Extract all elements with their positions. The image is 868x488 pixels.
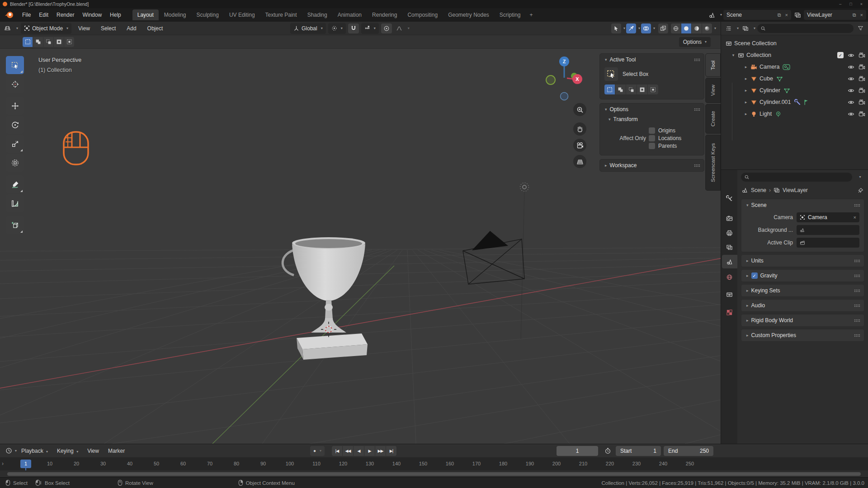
mesh-data-icon[interactable]	[783, 87, 790, 94]
workspace-panel-header[interactable]: ▸ Workspace	[599, 159, 704, 172]
menu-edit[interactable]: Edit	[35, 10, 52, 20]
tab-sculpting[interactable]: Sculpting	[192, 9, 224, 20]
properties-search-input[interactable]	[741, 173, 852, 182]
tool-add-cube[interactable]	[6, 216, 24, 234]
tab-layout[interactable]: Layout	[132, 9, 159, 20]
scene-unlink-icon[interactable]: ×	[785, 12, 788, 18]
disclosure-icon[interactable]: ▸	[744, 88, 748, 93]
properties-tab-output[interactable]	[721, 226, 737, 239]
panel-gravity[interactable]: ▸ ✓ Gravity	[741, 269, 864, 282]
current-frame-field[interactable]: 1	[557, 446, 598, 456]
select-mode-extend-button[interactable]	[33, 37, 43, 47]
use-preview-range-toggle[interactable]	[603, 446, 613, 456]
jump-to-end-button[interactable]: ▶|	[386, 446, 396, 456]
tool-transform[interactable]	[6, 154, 24, 172]
panel-units[interactable]: ▸ Units	[741, 254, 864, 267]
timeline-scrollbar[interactable]	[7, 472, 861, 476]
add-workspace-button[interactable]: +	[526, 9, 537, 20]
transform-orientation-dropdown[interactable]: Global ▾	[290, 23, 326, 34]
close-button[interactable]: ×	[860, 2, 863, 6]
properties-tab-render[interactable]	[721, 211, 737, 225]
disable-render-camera-icon[interactable]	[859, 75, 865, 82]
menu-render[interactable]: Render	[52, 10, 78, 20]
properties-tab-scene[interactable]	[722, 255, 737, 268]
camera-data-badge-icon[interactable]	[783, 64, 790, 70]
clear-camera-icon[interactable]: ×	[854, 215, 856, 220]
timeline-editor-type-icon[interactable]	[4, 446, 14, 456]
menu-keying[interactable]: Keying ▾	[52, 446, 83, 456]
tool-scale[interactable]	[6, 135, 24, 153]
outliner-display-chevron[interactable]: ▾	[754, 27, 755, 30]
outliner-row-cylinder[interactable]: ▸ Cylinder	[721, 84, 868, 96]
properties-tab-world[interactable]	[721, 270, 737, 284]
show-selectable-dropdown[interactable]	[611, 23, 621, 33]
playhead-badge[interactable]: 1	[20, 460, 31, 468]
shading-rendered-button[interactable]	[702, 23, 712, 33]
snap-settings-dropdown[interactable]: ▾	[361, 23, 379, 34]
disclosure-icon[interactable]: ▸	[744, 76, 748, 81]
panel-grip-handle[interactable]	[854, 259, 860, 263]
pan-hand-button[interactable]	[573, 122, 586, 136]
menu-marker[interactable]: Marker	[104, 446, 129, 456]
tab-geometry-nodes[interactable]: Geometry Nodes	[443, 9, 494, 20]
shading-solid-button[interactable]	[681, 23, 691, 33]
active-tool-thumbnail[interactable]	[604, 67, 618, 81]
tool-cursor[interactable]	[6, 75, 24, 93]
scene-panel-header[interactable]: ▾ Scene	[741, 199, 864, 211]
scene-camera-field[interactable]: Camera ×	[797, 212, 859, 222]
transform-subpanel-header[interactable]: ▾ Transform	[600, 115, 704, 125]
panel-keying-sets[interactable]: ▸ Keying Sets	[741, 284, 864, 297]
scene-browse-icon[interactable]	[708, 10, 717, 20]
timeline-ruler[interactable]: › 1 10 20 30 40 50 60 70 80 90 100 110 1…	[0, 458, 868, 470]
frame-end-field[interactable]: End 250	[664, 446, 713, 456]
disable-render-camera-icon[interactable]	[859, 99, 865, 106]
tool-move[interactable]	[6, 97, 24, 115]
tab-shading[interactable]: Shading	[302, 9, 332, 20]
scene-browse-chevron[interactable]: ▾	[720, 13, 722, 17]
active-tool-panel-header[interactable]: ▾ Active Tool	[600, 54, 704, 66]
outliner-search-input[interactable]	[757, 24, 854, 33]
hide-viewport-eye-icon[interactable]	[848, 64, 854, 70]
prev-keyframe-button[interactable]: ◀◀	[343, 446, 353, 456]
region-expander[interactable]: ›	[2, 460, 4, 467]
zoom-button[interactable]	[573, 103, 586, 116]
tab-scripting[interactable]: Scripting	[495, 9, 526, 20]
tool-select-box[interactable]	[6, 56, 24, 74]
axis-y-ball[interactable]	[546, 75, 555, 84]
select-mode-subtract-button[interactable]	[43, 37, 53, 47]
hide-viewport-eye-icon[interactable]	[848, 52, 854, 59]
mode-dropdown[interactable]: Object Mode ▾	[21, 23, 71, 34]
panel-grip-handle[interactable]	[854, 304, 860, 307]
panel-audio[interactable]: ▸ Audio	[741, 299, 864, 312]
panel-grip-handle[interactable]	[854, 334, 860, 337]
next-keyframe-button[interactable]: ▶▶	[375, 446, 386, 456]
panel-grip-handle[interactable]	[854, 274, 860, 277]
keying-chevron[interactable]: ▾	[320, 449, 321, 453]
collection-exclude-checkbox[interactable]: ✓	[837, 52, 844, 58]
disable-render-camera-icon[interactable]	[859, 64, 865, 70]
gizmos-chevron[interactable]: ▾	[638, 27, 640, 30]
viewlayer-new-icon[interactable]: ⧉	[853, 12, 856, 18]
hide-viewport-eye-icon[interactable]	[848, 99, 854, 106]
active-clip-field[interactable]	[797, 238, 859, 248]
modifier-wrench-icon[interactable]	[794, 99, 801, 106]
tab-texture-paint[interactable]: Texture Paint	[260, 9, 302, 20]
panel-select-extend-button[interactable]	[615, 84, 626, 94]
outliner-filter-icon[interactable]	[855, 23, 865, 33]
properties-tab-texture[interactable]	[721, 305, 737, 319]
panel-grip-handle[interactable]	[854, 204, 860, 207]
auto-keying-toggle[interactable]: ● ▾	[310, 446, 325, 456]
properties-tab-collection[interactable]	[721, 287, 737, 301]
outliner-row-light[interactable]: ▸ Light	[721, 108, 868, 120]
tab-uv-editing[interactable]: UV Editing	[224, 9, 260, 20]
panel-grip-handle[interactable]	[694, 58, 700, 61]
xray-toggle[interactable]	[658, 23, 668, 33]
play-button[interactable]: ▶	[364, 446, 375, 456]
select-mode-intersect-button[interactable]	[64, 37, 74, 47]
menu-object[interactable]: Object	[143, 23, 167, 33]
toggle-ortho-button[interactable]	[573, 155, 586, 168]
panel-rigid-body-world[interactable]: ▸ Rigid Body World	[741, 314, 864, 327]
tab-compositing[interactable]: Compositing	[402, 9, 443, 20]
proportional-editing-toggle[interactable]	[381, 23, 392, 33]
frame-start-field[interactable]: Start 1	[616, 446, 661, 456]
